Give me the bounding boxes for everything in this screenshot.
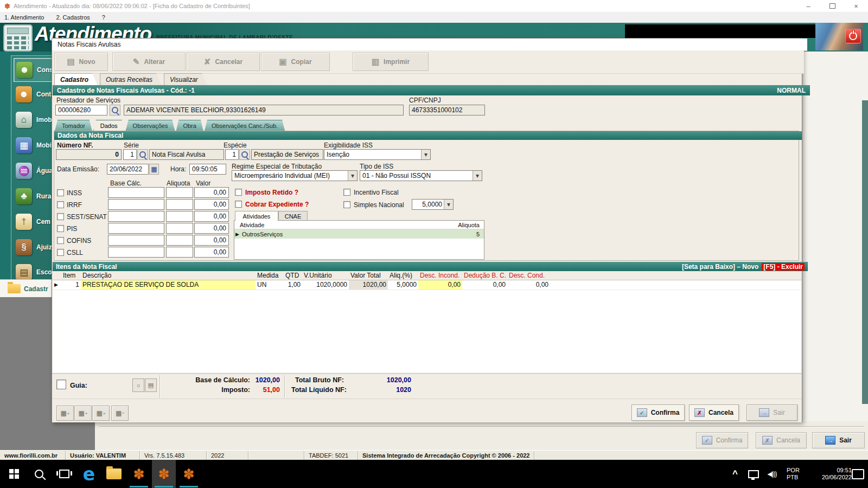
tipo-iss-select[interactable]: 01 - Não Possui ISSQN xyxy=(360,170,482,181)
inss-aliquota-input[interactable] xyxy=(166,187,193,198)
lang-line2: PTB xyxy=(787,474,800,481)
serie-search-button[interactable] xyxy=(137,149,148,160)
grid-nav-first-button[interactable]: ▦< xyxy=(56,406,74,421)
power-button[interactable] xyxy=(845,29,861,43)
parent-sair-button[interactable]: → Sair xyxy=(812,432,865,448)
imprimir-button[interactable]: ▥ Imprimir xyxy=(353,53,429,71)
cancela-button[interactable]: ✗ Cancela xyxy=(689,404,739,421)
calendar-icon[interactable]: ▦ xyxy=(149,164,159,175)
tray-network-button[interactable] xyxy=(745,460,762,488)
tab-dados[interactable]: Dados xyxy=(93,120,125,131)
internet-explorer-icon: e xyxy=(83,465,95,483)
task-view-button[interactable] xyxy=(52,460,76,488)
simples-nacional-checkbox[interactable] xyxy=(343,201,350,208)
pis-valor-input[interactable]: 0,00 xyxy=(194,223,229,234)
grid-nav-next-button[interactable]: ▦> xyxy=(92,406,110,421)
tab-obra[interactable]: Obra xyxy=(176,120,203,131)
cofins-base-input[interactable] xyxy=(108,235,164,246)
grid-nav-last-button[interactable]: ▦^ xyxy=(111,406,129,421)
guia-print-button[interactable]: ▤ xyxy=(145,378,157,392)
irrf-checkbox[interactable] xyxy=(57,201,64,208)
regime-select[interactable]: Microempresário Individual (MEI) xyxy=(232,170,358,181)
cancelar-button[interactable]: ✘ Cancelar xyxy=(187,53,260,71)
incentivo-fiscal-checkbox[interactable] xyxy=(343,189,350,196)
taskbar-search-button[interactable] xyxy=(27,460,51,488)
start-button[interactable] xyxy=(2,460,26,488)
imposto-retido-checkbox[interactable] xyxy=(235,189,242,196)
sair-button[interactable]: → Sair xyxy=(746,404,797,421)
taskbar-app1-button[interactable]: ✽ xyxy=(127,460,151,488)
csll-checkbox[interactable] xyxy=(57,249,64,256)
minimize-button[interactable]: – xyxy=(796,0,820,12)
menu-atendimento[interactable]: 1. Atendimento xyxy=(4,14,44,21)
pis-base-input[interactable] xyxy=(108,223,164,234)
tab-outras-receitas[interactable]: Outras Receitas xyxy=(100,73,162,86)
csll-aliquota-input[interactable] xyxy=(166,247,193,258)
tray-clock[interactable]: 09:51 20/06/2022 xyxy=(808,467,852,481)
especie-search-button[interactable] xyxy=(239,149,250,160)
inss-base-input[interactable] xyxy=(108,187,164,198)
prestador-search-button[interactable] xyxy=(110,105,120,115)
irrf-base-input[interactable] xyxy=(108,199,164,210)
tab-label: Tomador xyxy=(62,123,85,129)
tab-atividades[interactable]: Atividades xyxy=(235,211,278,221)
tray-volume-button[interactable]: ◀))) xyxy=(763,460,781,488)
grid-nav-insert-button[interactable]: ▦+ xyxy=(74,406,92,421)
parent-cancela-button[interactable]: ✗ Cancela xyxy=(756,432,807,448)
irrf-aliquota-input[interactable] xyxy=(166,199,193,210)
inss-checkbox[interactable] xyxy=(57,189,64,196)
menu-cadastros[interactable]: 2. Cadastros xyxy=(56,14,90,21)
notification-center-button[interactable] xyxy=(848,460,867,488)
sest-senat-valor-input[interactable]: 0,00 xyxy=(194,211,229,222)
alterar-button[interactable]: ✎ Alterar xyxy=(112,53,186,71)
tab-visualizar[interactable]: Visualizar xyxy=(164,73,207,86)
item-row[interactable]: ▶ 1 PRESTAÇAO DE SERVIÇO DE SOLDA UN 1,0… xyxy=(53,280,801,290)
taskbar-app2-button[interactable]: ✽ xyxy=(152,460,176,488)
data-emissao-input[interactable]: 20/06/2022 xyxy=(107,164,149,175)
cofins-valor-input[interactable]: 0,00 xyxy=(194,235,229,246)
copiar-button[interactable]: ▣ Copiar xyxy=(261,53,330,71)
close-button[interactable]: × xyxy=(844,0,868,12)
cobrar-expediente-checkbox[interactable] xyxy=(235,201,242,208)
taskbar-explorer-button[interactable] xyxy=(102,460,126,488)
numero-nf-input[interactable]: 0 xyxy=(56,149,122,160)
serie-label: Série xyxy=(124,142,139,149)
guia-view-button[interactable]: ○ xyxy=(132,378,144,392)
parent-confirma-button[interactable]: ✓ Confirma xyxy=(696,432,748,448)
hora-input[interactable]: 09:50:05 xyxy=(189,164,226,175)
cofins-checkbox[interactable] xyxy=(57,237,64,244)
confirma-button[interactable]: ✓ Confirma xyxy=(631,404,685,421)
prestador-code-input[interactable]: 000006280 xyxy=(55,105,107,115)
serie-input[interactable]: 1 xyxy=(123,149,137,160)
guia-checkbox[interactable] xyxy=(56,380,66,389)
restore-button[interactable] xyxy=(820,0,844,12)
tab-cadastro[interactable]: Cadastro xyxy=(54,73,98,86)
pis-checkbox[interactable] xyxy=(57,225,64,232)
especie-input[interactable]: 1 xyxy=(225,149,239,160)
menu-help[interactable]: ? xyxy=(102,14,105,21)
water-icon: ♒ xyxy=(16,163,32,179)
pis-aliquota-input[interactable] xyxy=(166,223,193,234)
simples-aliquota-select[interactable]: 5,0000 xyxy=(412,199,454,210)
sest-senat-base-input[interactable] xyxy=(108,211,164,222)
sest-senat-checkbox[interactable] xyxy=(57,213,64,220)
cofins-aliquota-input[interactable] xyxy=(166,235,193,246)
csll-base-input[interactable] xyxy=(108,247,164,258)
taskbar-browser-button[interactable]: e xyxy=(77,460,101,488)
tab-cnae[interactable]: CNAE xyxy=(278,211,308,221)
csll-valor-input[interactable]: 0,00 xyxy=(194,247,229,258)
tray-chevron-button[interactable]: ^ xyxy=(727,460,743,488)
tab-observacoes[interactable]: Observações xyxy=(126,120,175,131)
inss-valor-input[interactable]: 0,00 xyxy=(194,187,229,198)
exigibilidade-select[interactable]: Isenção xyxy=(324,149,431,160)
novo-button[interactable]: ▤ Novo xyxy=(54,53,108,71)
tab-observacoes-canc-sub[interactable]: Observações Canc./Sub. xyxy=(205,120,285,131)
tab-tomador[interactable]: Tomador xyxy=(55,120,92,131)
sidebar-item-label: Esco xyxy=(36,268,52,276)
sidebar-item-cadastro[interactable]: Cadastr xyxy=(0,279,60,298)
tray-language[interactable]: POR PTB xyxy=(787,467,800,481)
sest-senat-aliquota-input[interactable] xyxy=(166,211,193,222)
irrf-valor-input[interactable]: 0,00 xyxy=(194,199,229,210)
taskbar-app3-button[interactable]: ✽ xyxy=(177,460,201,488)
atividade-row[interactable]: ▶ OutrosServiços 5 xyxy=(234,229,484,239)
